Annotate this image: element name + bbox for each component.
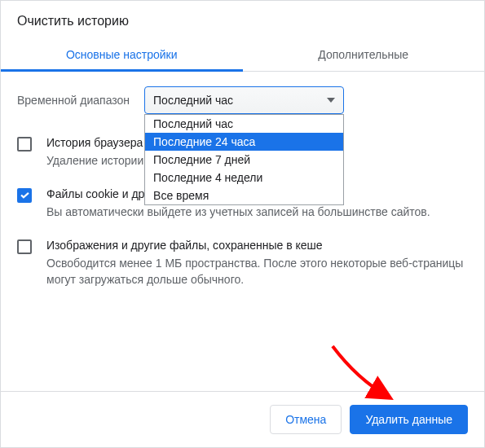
option-all-time[interactable]: Все время xyxy=(145,187,343,204)
chevron-down-icon xyxy=(327,98,335,103)
cache-text: Изображения и другие файлы, сохраненные … xyxy=(46,238,468,288)
cancel-button[interactable]: Отмена xyxy=(270,405,342,434)
tab-advanced[interactable]: Дополнительные xyxy=(243,37,485,71)
check-icon xyxy=(20,192,29,199)
time-range-label: Временной диапазон xyxy=(17,94,130,107)
tab-basic[interactable]: Основные настройки xyxy=(1,37,243,71)
cookies-desc: Вы автоматически выйдете из учетных запи… xyxy=(46,204,430,221)
cookies-checkbox[interactable] xyxy=(17,188,32,203)
cache-title: Изображения и другие файлы, сохраненные … xyxy=(46,238,468,254)
time-range-row: Временной диапазон Последний час Последн… xyxy=(17,86,468,114)
cache-row: Изображения и другие файлы, сохраненные … xyxy=(17,238,468,288)
time-range-dropdown: Последний час Последние 24 часа Последни… xyxy=(144,114,344,205)
clear-data-button[interactable]: Удалить данные xyxy=(350,405,468,434)
option-last-4w[interactable]: Последние 4 недели xyxy=(145,169,343,187)
clear-history-dialog: Очистить историю Основные настройки Допо… xyxy=(0,0,485,448)
time-range-selected-value: Последний час xyxy=(153,94,233,107)
cache-desc: Освободится менее 1 МБ пространства. Пос… xyxy=(46,256,468,288)
dialog-content: Временной диапазон Последний час Последн… xyxy=(1,72,484,391)
time-range-select-wrap: Последний час Последний час Последние 24… xyxy=(144,86,344,114)
time-range-select[interactable]: Последний час xyxy=(144,86,344,114)
option-last-24h[interactable]: Последние 24 часа xyxy=(145,133,343,151)
cache-checkbox[interactable] xyxy=(17,239,32,254)
dialog-footer: Отмена Удалить данные xyxy=(1,391,484,447)
history-checkbox[interactable] xyxy=(17,137,32,152)
option-last-7d[interactable]: Последние 7 дней xyxy=(145,151,343,169)
option-last-hour[interactable]: Последний час xyxy=(145,115,343,133)
dialog-title: Очистить историю xyxy=(1,1,484,37)
tabs: Основные настройки Дополнительные xyxy=(1,37,484,72)
